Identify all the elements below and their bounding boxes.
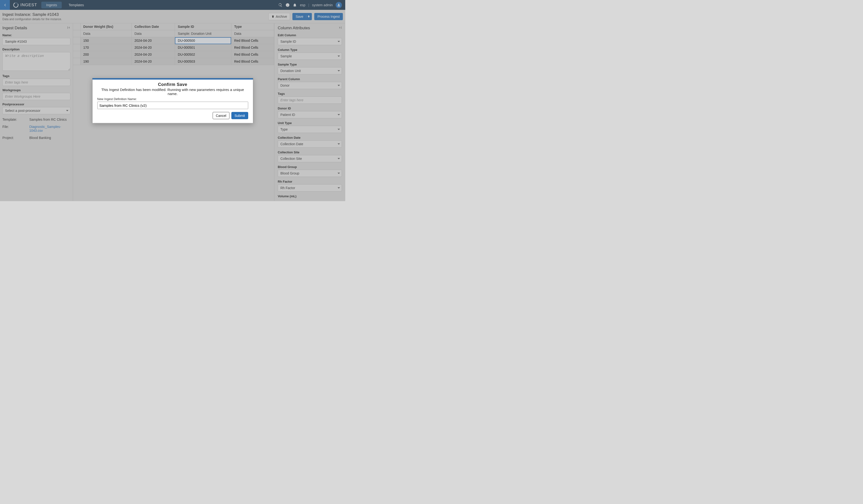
confirm-save-modal: Confirm Save This Ingest Definition has … <box>92 78 253 124</box>
modal-name-input[interactable] <box>97 102 248 109</box>
modal-title: Confirm Save <box>97 82 248 87</box>
modal-message: This Ingest Definition has been modified… <box>97 88 248 96</box>
cancel-button[interactable]: Cancel <box>213 112 229 119</box>
modal-input-label: New Ingest Definition Name: <box>97 97 248 101</box>
submit-button[interactable]: Submit <box>232 112 248 119</box>
